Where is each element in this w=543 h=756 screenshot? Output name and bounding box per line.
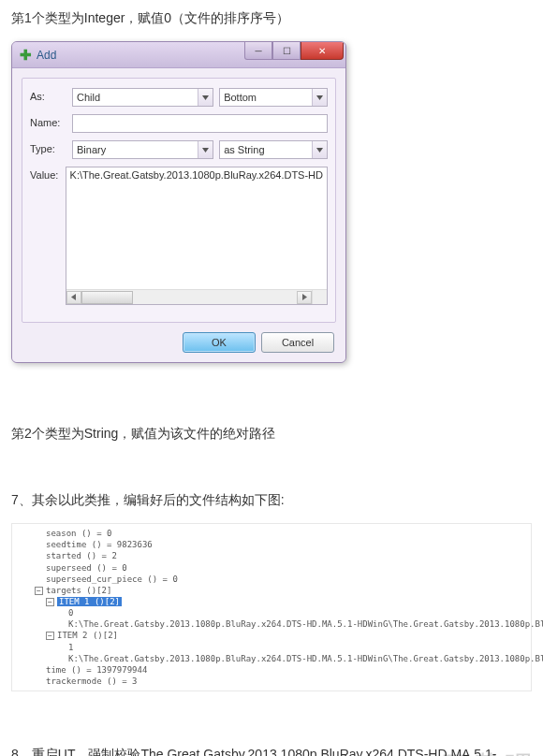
minimize-button[interactable]: ─: [244, 42, 272, 60]
position-combo-value: Bottom: [224, 92, 257, 103]
chevron-down-icon: [312, 141, 327, 158]
tree-structure: season () = 0 seedtime () = 9823636 star…: [11, 523, 532, 691]
position-combo[interactable]: Bottom: [219, 88, 328, 107]
name-label: Name:: [30, 114, 72, 128]
add-dialog: ✚ Add ─ ☐ ✕ As: Child Bottom: [11, 41, 346, 363]
cancel-button[interactable]: Cancel: [261, 332, 334, 353]
as-label: As:: [30, 88, 72, 102]
plus-icon: ✚: [18, 48, 33, 63]
value-textarea[interactable]: K:\The.Great.Gatsby.2013.1080p.BluRay.x2…: [66, 167, 328, 305]
titlebar[interactable]: ✚ Add ─ ☐ ✕: [12, 42, 345, 68]
value-text: K:\The.Great.Gatsby.2013.1080p.BluRay.x2…: [66, 167, 327, 182]
chevron-down-icon: [198, 141, 213, 158]
as-combo-value: Child: [77, 92, 100, 103]
chevron-down-icon: [198, 89, 213, 106]
collapse-icon: −: [46, 632, 54, 640]
scroll-right-button[interactable]: [297, 291, 312, 304]
paragraph-2: 第2个类型为String，赋值为该文件的绝对路径: [11, 423, 532, 443]
type-combo[interactable]: Binary: [72, 140, 213, 159]
collapse-icon: −: [46, 598, 54, 606]
scroll-thumb[interactable]: [81, 291, 133, 304]
scroll-left-button[interactable]: [66, 291, 81, 304]
close-button[interactable]: ✕: [301, 42, 344, 60]
maximize-button[interactable]: ☐: [272, 42, 301, 60]
value-label: Value:: [30, 167, 66, 181]
paragraph-4: 8、重启UT，强制校验The.Great.Gatsby.2013.1080p.B…: [11, 744, 532, 756]
name-input[interactable]: [72, 114, 328, 133]
type-label: Type:: [30, 140, 72, 154]
window-title: Add: [37, 49, 56, 62]
form-group: As: Child Bottom Name:: [22, 78, 336, 323]
paragraph-3: 7、其余以此类推，编辑好后的文件结构如下图:: [11, 489, 532, 510]
type-sub-value: as String: [224, 144, 264, 155]
type-combo-value: Binary: [77, 144, 106, 155]
as-combo[interactable]: Child: [72, 88, 213, 107]
type-sub-combo[interactable]: as String: [219, 140, 328, 159]
ok-button[interactable]: OK: [183, 332, 256, 353]
chevron-down-icon: [312, 89, 327, 106]
horizontal-scrollbar[interactable]: [66, 289, 312, 304]
paragraph-1: 第1个类型为Integer，赋值0（文件的排序序号）: [11, 7, 532, 28]
collapse-icon: −: [35, 587, 43, 595]
size-grip: [312, 289, 327, 304]
selected-item: ITEM 1 ()[2]: [57, 597, 122, 606]
